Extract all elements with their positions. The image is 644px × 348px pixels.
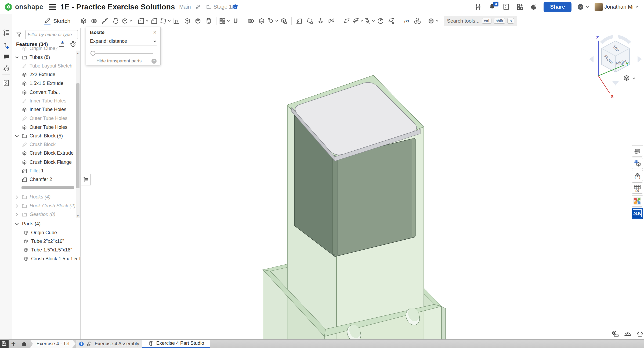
chevron-down-icon[interactable] — [15, 55, 19, 60]
notifications-bell-icon[interactable]: 4 — [488, 3, 496, 11]
sketch-tool[interactable]: Sketch — [40, 15, 74, 27]
tab-exercise-4-part-studio[interactable]: Exercise 4 Part Studio — [142, 340, 210, 348]
chevron-right-icon[interactable] — [15, 195, 19, 199]
linear-pattern-tool[interactable] — [219, 15, 230, 27]
delete-face-tool[interactable] — [305, 15, 315, 27]
surface-tool[interactable] — [341, 15, 352, 27]
feature-row-convert[interactable]: Convert Tub... — [12, 88, 81, 97]
feature-row-extrude[interactable]: Crush Block Extrude — [12, 149, 81, 157]
feature-row-extrude[interactable]: 1.5x1.5 Extrude — [12, 80, 81, 88]
feature-row-sketch[interactable]: Crush Block — [12, 141, 81, 149]
configured-features-button[interactable] — [632, 170, 643, 181]
delete-part-tool[interactable] — [278, 15, 289, 27]
help-icon[interactable]: ? — [151, 59, 157, 64]
parts-section-header[interactable]: Parts (4) — [12, 220, 81, 228]
feature-row-chamfer[interactable]: Chamfer 2 — [12, 176, 81, 184]
filter-funnel-icon[interactable] — [53, 47, 59, 52]
extrude-tool[interactable] — [78, 15, 89, 27]
rotate-down-icon[interactable] — [612, 81, 619, 86]
feature-list-icon[interactable] — [0, 27, 12, 38]
fillet-tool[interactable] — [137, 15, 149, 27]
chevron-right-icon[interactable] — [15, 212, 19, 217]
workspace-name[interactable]: Main — [179, 4, 191, 10]
chevron-right-icon[interactable] — [15, 204, 19, 208]
revolve-tool[interactable] — [89, 15, 100, 27]
mirror-tool[interactable] — [230, 15, 241, 27]
feature-history-icon[interactable] — [69, 40, 77, 48]
helix-tool[interactable] — [364, 15, 375, 27]
link-icon[interactable] — [195, 4, 201, 10]
chevron-down-icon[interactable] — [15, 222, 19, 226]
rollback-bar[interactable] — [21, 186, 74, 189]
search-tools-button[interactable]: Search tools... ctrl shift p — [444, 16, 517, 26]
feature-script-icon[interactable] — [474, 3, 482, 11]
draft-tool[interactable] — [160, 15, 171, 27]
modify-fillet-tool[interactable] — [294, 15, 305, 27]
add-tab-button[interactable]: + — [9, 340, 18, 348]
scroll-down-arrow[interactable]: ▼ — [76, 214, 80, 218]
view-modes-button[interactable] — [427, 15, 439, 27]
view-cube-widget[interactable]: Top Front Right Z Y X — [587, 33, 644, 102]
isolate-dialog-header[interactable]: Isolate × — [86, 27, 160, 36]
help-menu[interactable] — [577, 3, 589, 10]
checkbox[interactable] — [90, 59, 94, 63]
feature-row-extrude[interactable]: Crush Block Flange — [12, 158, 81, 166]
tasks-list-icon[interactable] — [502, 3, 510, 11]
protractor-icon[interactable] — [624, 330, 632, 338]
folder-row-hook-crush-block[interactable]: Hook Crush Block (2) — [12, 202, 81, 210]
mk-app-button[interactable]: MK — [632, 208, 643, 219]
folder-row-hooks[interactable]: Hooks (4) — [12, 193, 81, 201]
feature-row-extrude[interactable]: Outer Tube Holes — [12, 123, 81, 132]
document-title[interactable]: 1E - Practice Exercise Solutions — [60, 3, 175, 11]
thread-tool[interactable] — [203, 15, 214, 27]
scroll-up-arrow[interactable]: ▲ — [76, 51, 80, 55]
chevron-down-icon[interactable] — [15, 134, 19, 138]
slider-handle[interactable] — [91, 51, 95, 56]
folder-row-gearbox[interactable]: Gearbox (8) — [12, 211, 81, 219]
part-row[interactable]: Crush Block 1.5 x 1.5 T... — [12, 255, 80, 263]
sweep-tool[interactable] — [100, 15, 110, 27]
move-face-tool[interactable] — [315, 15, 326, 27]
search-tabs-button[interactable] — [0, 340, 9, 348]
user-menu[interactable]: Jonathan Mi — [595, 3, 639, 11]
comments-icon[interactable] — [0, 51, 12, 62]
hole-tool[interactable] — [193, 15, 203, 27]
tab-exercise-4-tel[interactable]: Exercise 4 - Tel — [30, 340, 76, 348]
expand-mode-dropdown[interactable]: Expand: distance — [90, 37, 157, 45]
close-icon[interactable]: × — [153, 30, 157, 35]
tape-measure-icon[interactable] — [611, 330, 619, 338]
feature-row-origin-cube[interactable]: Origin Cube — [12, 47, 81, 53]
rotate-right-icon[interactable] — [638, 56, 642, 62]
variables-tool[interactable] — [401, 15, 412, 27]
history-stopwatch-icon[interactable] — [0, 63, 12, 74]
tab-exercise-4-assembly[interactable]: Exercise 4 Assembly — [76, 340, 142, 348]
configuration-variables-button[interactable] — [632, 182, 643, 194]
mass-properties-scale-icon[interactable] — [636, 330, 644, 338]
version-breadcrumb[interactable]: Stage 1 — [206, 4, 232, 10]
feature-row-sketch[interactable]: Outer Tube Holes — [12, 115, 81, 123]
follow-checklist-icon[interactable] — [0, 77, 12, 88]
rib-tool[interactable] — [171, 15, 182, 27]
context-menu-dots-icon[interactable] — [53, 90, 59, 95]
folder-row-tubes[interactable]: Tubes (8) — [12, 54, 81, 62]
boolean-tool[interactable] — [245, 15, 256, 27]
feature-row-fillet[interactable]: Fillet 1 — [12, 167, 81, 175]
part-row[interactable]: Origin Cube — [12, 229, 80, 237]
feature-row-sketch[interactable]: Tube Layout Sketch — [12, 62, 81, 70]
loft-tool[interactable] — [110, 15, 121, 27]
distance-slider[interactable] — [91, 51, 156, 56]
folder-row-crush-block[interactable]: Crush Block (5) — [12, 132, 81, 140]
rotate-arrow-icon[interactable] — [618, 35, 631, 44]
thicken-tool[interactable] — [352, 15, 364, 27]
hamburger-menu-icon[interactable] — [49, 4, 56, 10]
split-tool[interactable] — [256, 15, 267, 27]
sphere-tool[interactable] — [375, 15, 386, 27]
scrollbar-thumb[interactable] — [76, 83, 79, 188]
apps-grid-add-icon[interactable] — [516, 3, 524, 11]
graduation-cap-icon[interactable] — [231, 3, 239, 11]
slider-track[interactable] — [91, 53, 153, 54]
fill-surface-tool[interactable] — [386, 15, 397, 27]
panel-toggle-button[interactable] — [81, 174, 91, 185]
feature-row-extrude[interactable]: 2x2 Extrude — [12, 71, 81, 79]
rotate-left-icon[interactable] — [589, 56, 594, 62]
